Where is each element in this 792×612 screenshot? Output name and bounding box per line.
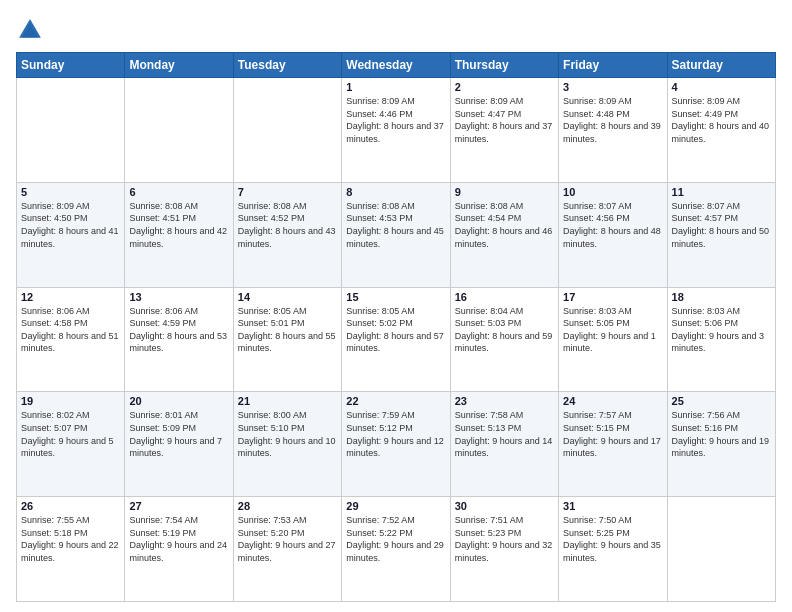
day-of-week-header: Wednesday bbox=[342, 53, 450, 78]
day-info: Sunrise: 7:58 AMSunset: 5:13 PMDaylight:… bbox=[455, 410, 553, 458]
day-number: 23 bbox=[455, 395, 554, 407]
day-of-week-header: Thursday bbox=[450, 53, 558, 78]
calendar-day-cell: 29 Sunrise: 7:52 AMSunset: 5:22 PMDaylig… bbox=[342, 497, 450, 602]
day-info: Sunrise: 8:09 AMSunset: 4:47 PMDaylight:… bbox=[455, 96, 553, 144]
day-info: Sunrise: 8:08 AMSunset: 4:54 PMDaylight:… bbox=[455, 201, 553, 249]
day-number: 29 bbox=[346, 500, 445, 512]
calendar-day-cell: 5 Sunrise: 8:09 AMSunset: 4:50 PMDayligh… bbox=[17, 182, 125, 287]
calendar-week-row: 12 Sunrise: 8:06 AMSunset: 4:58 PMDaylig… bbox=[17, 287, 776, 392]
day-info: Sunrise: 8:07 AMSunset: 4:56 PMDaylight:… bbox=[563, 201, 661, 249]
day-number: 24 bbox=[563, 395, 662, 407]
calendar-day-cell: 3 Sunrise: 8:09 AMSunset: 4:48 PMDayligh… bbox=[559, 78, 667, 183]
calendar-day-cell: 16 Sunrise: 8:04 AMSunset: 5:03 PMDaylig… bbox=[450, 287, 558, 392]
calendar-day-cell: 18 Sunrise: 8:03 AMSunset: 5:06 PMDaylig… bbox=[667, 287, 775, 392]
calendar-day-cell: 13 Sunrise: 8:06 AMSunset: 4:59 PMDaylig… bbox=[125, 287, 233, 392]
day-of-week-header: Sunday bbox=[17, 53, 125, 78]
day-number: 2 bbox=[455, 81, 554, 93]
day-info: Sunrise: 8:09 AMSunset: 4:50 PMDaylight:… bbox=[21, 201, 119, 249]
day-number: 11 bbox=[672, 186, 771, 198]
calendar-day-cell: 31 Sunrise: 7:50 AMSunset: 5:25 PMDaylig… bbox=[559, 497, 667, 602]
day-info: Sunrise: 7:59 AMSunset: 5:12 PMDaylight:… bbox=[346, 410, 444, 458]
day-number: 17 bbox=[563, 291, 662, 303]
day-number: 25 bbox=[672, 395, 771, 407]
day-number: 3 bbox=[563, 81, 662, 93]
day-info: Sunrise: 8:00 AMSunset: 5:10 PMDaylight:… bbox=[238, 410, 336, 458]
calendar-day-cell bbox=[233, 78, 341, 183]
day-info: Sunrise: 7:57 AMSunset: 5:15 PMDaylight:… bbox=[563, 410, 661, 458]
calendar-week-row: 26 Sunrise: 7:55 AMSunset: 5:18 PMDaylig… bbox=[17, 497, 776, 602]
day-info: Sunrise: 8:08 AMSunset: 4:53 PMDaylight:… bbox=[346, 201, 444, 249]
calendar-day-cell: 2 Sunrise: 8:09 AMSunset: 4:47 PMDayligh… bbox=[450, 78, 558, 183]
day-info: Sunrise: 7:56 AMSunset: 5:16 PMDaylight:… bbox=[672, 410, 770, 458]
day-info: Sunrise: 8:03 AMSunset: 5:06 PMDaylight:… bbox=[672, 306, 765, 354]
day-number: 30 bbox=[455, 500, 554, 512]
calendar-day-cell bbox=[17, 78, 125, 183]
calendar-day-cell: 1 Sunrise: 8:09 AMSunset: 4:46 PMDayligh… bbox=[342, 78, 450, 183]
calendar-day-cell: 19 Sunrise: 8:02 AMSunset: 5:07 PMDaylig… bbox=[17, 392, 125, 497]
day-info: Sunrise: 8:08 AMSunset: 4:51 PMDaylight:… bbox=[129, 201, 227, 249]
calendar-week-row: 1 Sunrise: 8:09 AMSunset: 4:46 PMDayligh… bbox=[17, 78, 776, 183]
day-info: Sunrise: 8:09 AMSunset: 4:48 PMDaylight:… bbox=[563, 96, 661, 144]
day-number: 31 bbox=[563, 500, 662, 512]
day-number: 22 bbox=[346, 395, 445, 407]
day-of-week-header: Monday bbox=[125, 53, 233, 78]
day-number: 26 bbox=[21, 500, 120, 512]
day-number: 15 bbox=[346, 291, 445, 303]
day-info: Sunrise: 7:52 AMSunset: 5:22 PMDaylight:… bbox=[346, 515, 444, 563]
day-number: 27 bbox=[129, 500, 228, 512]
logo bbox=[16, 16, 48, 44]
calendar-day-cell: 21 Sunrise: 8:00 AMSunset: 5:10 PMDaylig… bbox=[233, 392, 341, 497]
calendar-day-cell: 20 Sunrise: 8:01 AMSunset: 5:09 PMDaylig… bbox=[125, 392, 233, 497]
calendar-header-row: SundayMondayTuesdayWednesdayThursdayFrid… bbox=[17, 53, 776, 78]
day-number: 7 bbox=[238, 186, 337, 198]
day-info: Sunrise: 7:51 AMSunset: 5:23 PMDaylight:… bbox=[455, 515, 553, 563]
day-number: 6 bbox=[129, 186, 228, 198]
day-number: 28 bbox=[238, 500, 337, 512]
day-info: Sunrise: 7:55 AMSunset: 5:18 PMDaylight:… bbox=[21, 515, 119, 563]
calendar-day-cell bbox=[667, 497, 775, 602]
day-info: Sunrise: 8:06 AMSunset: 4:59 PMDaylight:… bbox=[129, 306, 227, 354]
day-number: 1 bbox=[346, 81, 445, 93]
calendar-day-cell bbox=[125, 78, 233, 183]
day-of-week-header: Tuesday bbox=[233, 53, 341, 78]
day-of-week-header: Friday bbox=[559, 53, 667, 78]
day-number: 14 bbox=[238, 291, 337, 303]
day-number: 12 bbox=[21, 291, 120, 303]
calendar-day-cell: 17 Sunrise: 8:03 AMSunset: 5:05 PMDaylig… bbox=[559, 287, 667, 392]
calendar-day-cell: 12 Sunrise: 8:06 AMSunset: 4:58 PMDaylig… bbox=[17, 287, 125, 392]
calendar-week-row: 19 Sunrise: 8:02 AMSunset: 5:07 PMDaylig… bbox=[17, 392, 776, 497]
day-number: 16 bbox=[455, 291, 554, 303]
day-number: 19 bbox=[21, 395, 120, 407]
day-info: Sunrise: 8:07 AMSunset: 4:57 PMDaylight:… bbox=[672, 201, 770, 249]
calendar-day-cell: 24 Sunrise: 7:57 AMSunset: 5:15 PMDaylig… bbox=[559, 392, 667, 497]
calendar-day-cell: 10 Sunrise: 8:07 AMSunset: 4:56 PMDaylig… bbox=[559, 182, 667, 287]
day-info: Sunrise: 8:09 AMSunset: 4:46 PMDaylight:… bbox=[346, 96, 444, 144]
calendar-table: SundayMondayTuesdayWednesdayThursdayFrid… bbox=[16, 52, 776, 602]
day-info: Sunrise: 7:53 AMSunset: 5:20 PMDaylight:… bbox=[238, 515, 336, 563]
day-info: Sunrise: 8:09 AMSunset: 4:49 PMDaylight:… bbox=[672, 96, 770, 144]
calendar-day-cell: 28 Sunrise: 7:53 AMSunset: 5:20 PMDaylig… bbox=[233, 497, 341, 602]
day-number: 9 bbox=[455, 186, 554, 198]
calendar-day-cell: 26 Sunrise: 7:55 AMSunset: 5:18 PMDaylig… bbox=[17, 497, 125, 602]
day-info: Sunrise: 8:05 AMSunset: 5:02 PMDaylight:… bbox=[346, 306, 444, 354]
day-number: 4 bbox=[672, 81, 771, 93]
calendar-day-cell: 11 Sunrise: 8:07 AMSunset: 4:57 PMDaylig… bbox=[667, 182, 775, 287]
calendar-day-cell: 30 Sunrise: 7:51 AMSunset: 5:23 PMDaylig… bbox=[450, 497, 558, 602]
calendar-day-cell: 6 Sunrise: 8:08 AMSunset: 4:51 PMDayligh… bbox=[125, 182, 233, 287]
day-of-week-header: Saturday bbox=[667, 53, 775, 78]
calendar-day-cell: 25 Sunrise: 7:56 AMSunset: 5:16 PMDaylig… bbox=[667, 392, 775, 497]
day-number: 5 bbox=[21, 186, 120, 198]
calendar-day-cell: 7 Sunrise: 8:08 AMSunset: 4:52 PMDayligh… bbox=[233, 182, 341, 287]
day-number: 20 bbox=[129, 395, 228, 407]
day-info: Sunrise: 8:08 AMSunset: 4:52 PMDaylight:… bbox=[238, 201, 336, 249]
day-info: Sunrise: 8:06 AMSunset: 4:58 PMDaylight:… bbox=[21, 306, 119, 354]
calendar-day-cell: 22 Sunrise: 7:59 AMSunset: 5:12 PMDaylig… bbox=[342, 392, 450, 497]
day-number: 18 bbox=[672, 291, 771, 303]
day-info: Sunrise: 8:05 AMSunset: 5:01 PMDaylight:… bbox=[238, 306, 336, 354]
day-number: 13 bbox=[129, 291, 228, 303]
day-number: 10 bbox=[563, 186, 662, 198]
calendar-day-cell: 23 Sunrise: 7:58 AMSunset: 5:13 PMDaylig… bbox=[450, 392, 558, 497]
calendar-day-cell: 8 Sunrise: 8:08 AMSunset: 4:53 PMDayligh… bbox=[342, 182, 450, 287]
day-info: Sunrise: 8:04 AMSunset: 5:03 PMDaylight:… bbox=[455, 306, 553, 354]
day-info: Sunrise: 8:02 AMSunset: 5:07 PMDaylight:… bbox=[21, 410, 114, 458]
